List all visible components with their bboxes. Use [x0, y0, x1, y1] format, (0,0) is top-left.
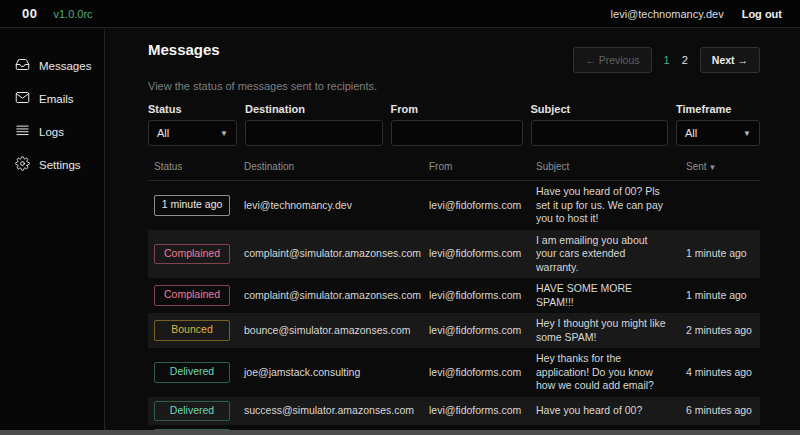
- from-cell: levi@fidoforms.com: [423, 324, 530, 338]
- sidebar-item-emails[interactable]: Emails: [0, 84, 104, 113]
- table-row[interactable]: Complained complaint@simulator.amazonses…: [148, 230, 760, 279]
- page-number-2[interactable]: 2: [682, 54, 688, 66]
- subject-cell: HAVE SOME MORE SPAM!!!: [530, 282, 680, 309]
- filters-bar: Status All ▼ Destination From Subject Ti…: [148, 103, 760, 146]
- sent-cell: 2 minutes ago: [680, 324, 760, 338]
- from-cell: levi@fidoforms.com: [423, 289, 530, 303]
- status-badge: Delivered: [154, 401, 230, 422]
- pagination: ← Previous 1 2 Next →: [573, 47, 760, 73]
- subject-filter-input[interactable]: [531, 120, 669, 146]
- status-badge: Delivered: [154, 362, 230, 383]
- chevron-down-icon: ▼: [220, 129, 228, 138]
- status-filter-select[interactable]: All ▼: [148, 120, 237, 146]
- from-cell: levi@fidoforms.com: [423, 199, 530, 213]
- logout-button[interactable]: Log out: [742, 8, 782, 20]
- from-filter-label: From: [391, 103, 523, 115]
- column-header-status[interactable]: Status: [148, 161, 238, 172]
- timeframe-filter-select[interactable]: All ▼: [676, 120, 760, 146]
- from-filter-input[interactable]: [391, 120, 523, 146]
- table-row[interactable]: Delivered success@simulator.amazonses.co…: [148, 397, 760, 426]
- version-badge: v1.0.0rc: [53, 8, 92, 20]
- previous-page-button[interactable]: ← Previous: [573, 47, 651, 73]
- timeframe-filter-label: Timeframe: [676, 103, 760, 115]
- next-page-button[interactable]: Next →: [700, 47, 760, 73]
- page-title: Messages: [148, 41, 220, 58]
- subject-filter-label: Subject: [531, 103, 669, 115]
- subject-cell: Have you heard of 00?: [530, 404, 680, 418]
- logs-icon: [15, 123, 30, 140]
- from-cell: levi@fidoforms.com: [423, 366, 530, 380]
- timeframe-filter-value: All: [685, 127, 697, 139]
- messages-table: Status Destination From Subject Sent▼ 1 …: [148, 159, 760, 435]
- subject-cell: I am emailing you about your cars extend…: [530, 234, 680, 275]
- sort-desc-icon: ▼: [709, 163, 717, 172]
- status-badge: Bounced: [154, 320, 230, 341]
- chevron-down-icon: ▼: [743, 129, 751, 138]
- destination-cell: joe@jamstack.consulting: [238, 366, 423, 380]
- table-row[interactable]: Bounced bounce@simulator.amazonses.com l…: [148, 313, 760, 348]
- table-body: 1 minute ago levi@technomancy.dev levi@f…: [148, 181, 760, 435]
- sidebar-item-label: Messages: [39, 60, 91, 72]
- destination-cell: success@simulator.amazonses.com: [238, 404, 423, 418]
- destination-cell: complaint@simulator.amazonses.com: [238, 289, 423, 303]
- sidebar-item-settings[interactable]: Settings: [0, 150, 104, 179]
- main-content: Messages ← Previous 1 2 Next → View the …: [106, 29, 800, 430]
- sidebar-item-logs[interactable]: Logs: [0, 117, 104, 146]
- destination-cell: complaint@simulator.amazonses.com: [238, 247, 423, 261]
- subject-cell: Hey I thought you might like some SPAM!: [530, 317, 680, 344]
- sent-cell: 6 minutes ago: [680, 404, 760, 418]
- subject-cell: Hey thanks for the application! Do you k…: [530, 352, 680, 393]
- envelope-icon: [15, 90, 30, 107]
- gear-icon: [15, 156, 30, 173]
- page-numbers: 1 2: [664, 54, 688, 66]
- sidebar-item-label: Settings: [39, 159, 81, 171]
- inbox-icon: [15, 57, 30, 74]
- sent-cell: 1 minute ago: [680, 289, 760, 303]
- from-cell: levi@fidoforms.com: [423, 247, 530, 261]
- sidebar: Messages Emails Logs Settings: [0, 29, 105, 430]
- table-row[interactable]: Delivered joe@jamstack.consulting levi@f…: [148, 348, 760, 397]
- destination-filter-input[interactable]: [245, 120, 383, 146]
- page-subtitle: View the status of messages sent to reci…: [148, 80, 760, 92]
- user-email: levi@technomancy.dev: [611, 8, 724, 20]
- sidebar-item-label: Logs: [39, 126, 64, 138]
- column-header-sent[interactable]: Sent▼: [680, 161, 760, 172]
- status-badge: Complained: [154, 285, 230, 306]
- page-number-1[interactable]: 1: [664, 54, 670, 66]
- sent-cell: 4 minutes ago: [680, 366, 760, 380]
- destination-cell: bounce@simulator.amazonses.com: [238, 324, 423, 338]
- sent-cell: 1 minute ago: [680, 247, 760, 261]
- destination-cell: levi@technomancy.dev: [238, 199, 423, 213]
- topbar: 00 v1.0.0rc levi@technomancy.dev Log out: [0, 0, 800, 28]
- from-cell: levi@fidoforms.com: [423, 404, 530, 418]
- subject-cell: Have you heard of 00? Pls set it up for …: [530, 185, 680, 226]
- table-header: Status Destination From Subject Sent▼: [148, 159, 760, 181]
- status-badge: 1 minute ago: [154, 195, 230, 216]
- table-row[interactable]: Complained complaint@simulator.amazonses…: [148, 278, 760, 313]
- app-logo: 00: [22, 6, 37, 21]
- status-filter-label: Status: [148, 103, 237, 115]
- status-badge: Complained: [154, 244, 230, 265]
- destination-filter-label: Destination: [245, 103, 383, 115]
- column-header-from[interactable]: From: [423, 161, 530, 172]
- sidebar-item-messages[interactable]: Messages: [0, 51, 104, 80]
- column-header-subject[interactable]: Subject: [530, 161, 680, 172]
- column-header-destination[interactable]: Destination: [238, 161, 423, 172]
- table-row[interactable]: 1 minute ago levi@technomancy.dev levi@f…: [148, 181, 760, 230]
- horizontal-scrollbar[interactable]: [0, 430, 800, 435]
- sidebar-item-label: Emails: [39, 93, 74, 105]
- status-filter-value: All: [157, 127, 169, 139]
